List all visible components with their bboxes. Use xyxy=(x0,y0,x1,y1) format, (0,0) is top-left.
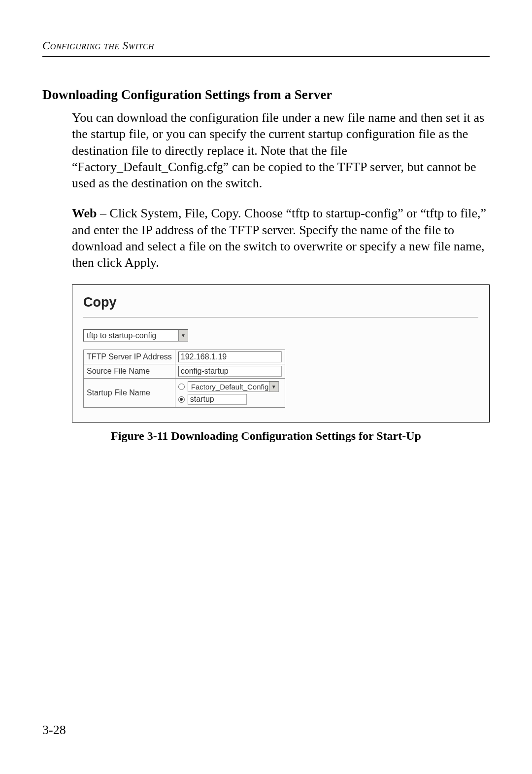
chevron-down-icon: ▼ xyxy=(178,330,188,341)
radio-unchecked-icon xyxy=(178,384,185,390)
section-heading: Downloading Configuration Settings from … xyxy=(42,87,490,103)
figure-caption: Figure 3-11 Downloading Configuration Se… xyxy=(42,429,490,443)
web-label: Web xyxy=(72,206,97,220)
copy-mode-select[interactable]: tftp to startup-config ▼ xyxy=(83,329,188,342)
startup-new-name-input[interactable] xyxy=(188,394,247,405)
label-source: Source File Name xyxy=(84,364,175,379)
startup-option-existing[interactable]: Factory_Default_Config.cfg ▼ xyxy=(178,380,282,393)
cell-startup-options: Factory_Default_Config.cfg ▼ xyxy=(175,379,285,408)
cell-source-input xyxy=(175,364,285,379)
row-startup: Startup File Name Factory_Default_Config… xyxy=(84,379,285,408)
startup-option-new[interactable] xyxy=(178,393,282,406)
row-source: Source File Name xyxy=(84,364,285,379)
paragraph-2-rest: – Click System, File, Copy. Choose “tftp… xyxy=(72,206,486,270)
panel-title: Copy xyxy=(83,295,478,310)
cell-ip-input xyxy=(175,350,285,364)
startup-file-select[interactable]: Factory_Default_Config.cfg ▼ xyxy=(188,381,279,392)
source-file-input[interactable] xyxy=(178,366,282,377)
row-ip: TFTP Server IP Address xyxy=(84,350,285,364)
radio-checked-icon xyxy=(178,396,185,403)
chevron-down-icon: ▼ xyxy=(269,382,278,391)
paragraph-2: Web – Click System, File, Copy. Choose “… xyxy=(72,205,490,271)
copy-mode-value: tftp to startup-config xyxy=(84,331,178,340)
page: Configuring the Switch Downloading Confi… xyxy=(0,0,532,774)
form-table: TFTP Server IP Address Source File Name … xyxy=(83,350,285,408)
paragraph-1: You can download the configuration file … xyxy=(72,109,490,191)
tftp-ip-input[interactable] xyxy=(178,352,282,362)
startup-file-select-value: Factory_Default_Config.cfg xyxy=(188,383,269,391)
figure-copy-panel: Copy tftp to startup-config ▼ TFTP Serve… xyxy=(72,284,490,422)
label-startup: Startup File Name xyxy=(84,379,175,408)
page-number: 3-28 xyxy=(42,723,66,738)
panel-divider xyxy=(83,317,478,317)
label-ip: TFTP Server IP Address xyxy=(84,350,175,364)
running-header: Configuring the Switch xyxy=(42,39,490,57)
